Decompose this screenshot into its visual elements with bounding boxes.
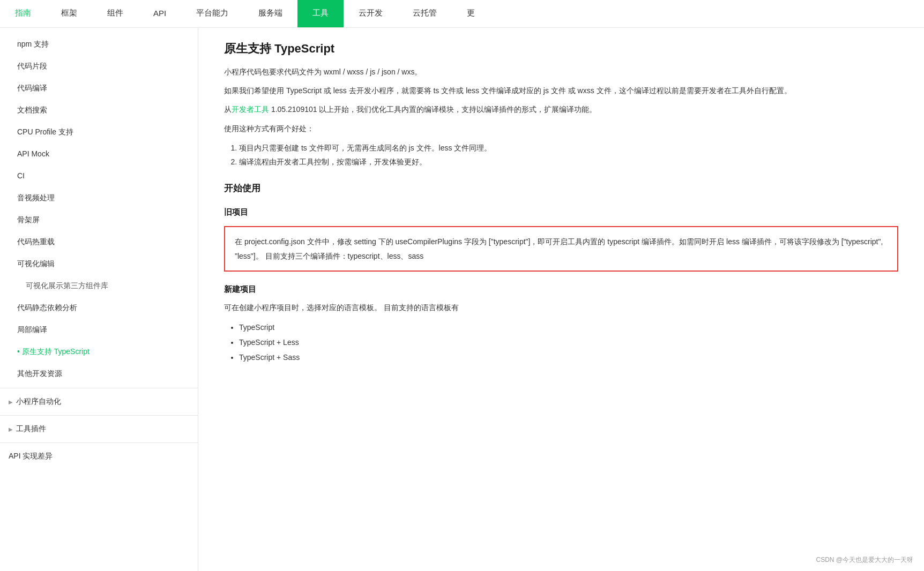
sidebar-item-static-dep[interactable]: 代码静态依赖分析 [0,297,198,319]
footer-note: CSDN @今天也是爱大大的一天呀 [816,555,913,565]
nav-guide[interactable]: 指南 [0,0,46,27]
sidebar-item-code-snippet[interactable]: 代码片段 [0,55,198,77]
sidebar-item-cpu-profile[interactable]: CPU Profile 支持 [0,121,198,143]
nav-tools[interactable]: 工具 [297,0,344,27]
sidebar-item-typescript[interactable]: 原生支持 TypeScript [0,341,198,363]
sidebar-item-ci[interactable]: CI [0,165,198,187]
nav-framework[interactable]: 框架 [46,0,92,27]
sidebar-group-api-diff-label: API 实现差异 [9,452,53,461]
template-item-2: TypeScript + Less [239,335,898,350]
templates-list: TypeScript TypeScript + Less TypeScript … [224,320,898,365]
sidebar-divider-2 [0,415,198,416]
sidebar-item-npm[interactable]: npm 支持 [0,33,198,55]
benefit-item-2: 编译流程由开发者工具控制，按需编译，开发体验更好。 [239,155,898,169]
sidebar-item-other-resources[interactable]: 其他开发资源 [0,363,198,385]
nav-more[interactable]: 更 [452,0,490,27]
dev-tools-link[interactable]: 开发者工具 [232,105,269,114]
highlight-block: 在 project.config.json 文件中，修改 setting 下的 … [224,226,898,272]
sidebar-item-doc-search[interactable]: 文档搜索 [0,99,198,121]
intro-para-4: 使用这种方式有两个好处： [224,122,898,136]
sidebar-item-av[interactable]: 音视频处理 [0,187,198,209]
benefit-item-1: 项目内只需要创建 ts 文件即可，无需再生成同名的 js 文件。less 文件同… [239,141,898,155]
sidebar-item-skeleton[interactable]: 骨架屏 [0,209,198,231]
chevron-right-icon-2: ▶ [9,426,13,432]
intro3-prefix: 从 [224,105,232,114]
nav-api[interactable]: API [138,0,181,27]
sidebar: npm 支持 代码片段 代码编译 文档搜索 CPU Profile 支持 API… [0,28,198,571]
sidebar-group-plugins-label: 工具插件 [16,424,46,434]
sidebar-item-visual-lib[interactable]: 可视化展示第三方组件库 [0,275,198,297]
sidebar-group-automation[interactable]: ▶ 小程序自动化 [0,392,198,412]
main-content: 原生支持 TypeScript 小程序代码包要求代码文件为 wxml / wxs… [198,28,924,571]
sidebar-divider-1 [0,388,198,388]
get-started-title: 开始使用 [224,182,898,194]
nav-cloud-hosting[interactable]: 云托管 [398,0,452,27]
nav-server[interactable]: 服务端 [243,0,297,27]
page-title: 原生支持 TypeScript [224,41,898,57]
new-project-intro: 可在创建小程序项目时，选择对应的语言模板。 目前支持的语言模板有 [224,301,898,314]
template-item-1: TypeScript [239,320,898,335]
page-layout: npm 支持 代码片段 代码编译 文档搜索 CPU Profile 支持 API… [0,28,924,571]
nav-components[interactable]: 组件 [92,0,138,27]
sidebar-item-partial-compile[interactable]: 局部编译 [0,319,198,341]
chevron-right-icon: ▶ [9,399,13,405]
sidebar-group-api-diff[interactable]: API 实现差异 [0,446,198,467]
template-item-3: TypeScript + Sass [239,350,898,365]
intro-para-2: 如果我们希望使用 TypeScript 或 less 去开发小程序，就需要将 t… [224,84,898,97]
sidebar-item-hot-reload[interactable]: 代码热重载 [0,231,198,253]
sidebar-divider-3 [0,442,198,443]
benefits-list: 项目内只需要创建 ts 文件即可，无需再生成同名的 js 文件。less 文件同… [224,141,898,169]
top-navigation: 指南 框架 组件 API 平台能力 服务端 工具 云开发 云托管 更 [0,0,924,28]
old-project-title: 旧项目 [224,207,898,217]
sidebar-group-automation-label: 小程序自动化 [16,397,61,407]
intro-para-3: 从开发者工具 1.05.2109101 以上开始，我们优化工具内置的编译模块，支… [224,103,898,116]
intro3-suffix: 1.05.2109101 以上开始，我们优化工具内置的编译模块，支持以编译插件的… [269,105,597,114]
sidebar-item-code-compile[interactable]: 代码编译 [0,77,198,99]
sidebar-group-plugins[interactable]: ▶ 工具插件 [0,419,198,439]
nav-platform[interactable]: 平台能力 [181,0,243,27]
nav-cloud-dev[interactable]: 云开发 [344,0,398,27]
sidebar-item-visual-edit[interactable]: 可视化编辑 [0,253,198,275]
new-project-title: 新建项目 [224,284,898,295]
intro-para-1: 小程序代码包要求代码文件为 wxml / wxss / js / json / … [224,65,898,79]
sidebar-item-api-mock[interactable]: API Mock [0,143,198,165]
